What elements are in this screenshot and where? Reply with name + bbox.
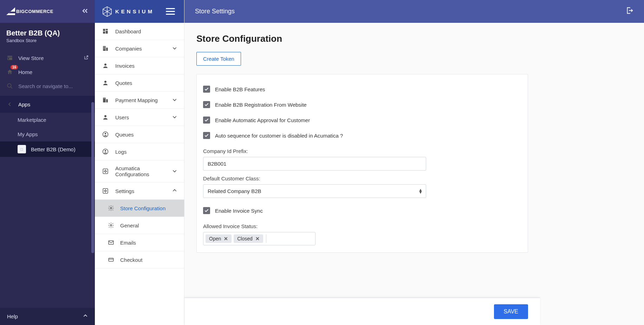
nav-apps[interactable]: Apps	[0, 96, 95, 113]
submenu-emails[interactable]: Emails	[95, 234, 184, 251]
storefront-icon	[6, 54, 13, 61]
bigcommerce-logo: BIGCOMMERCE	[6, 7, 53, 16]
svg-point-12	[105, 150, 106, 152]
default-class-value: Related Company B2B	[203, 184, 426, 198]
menu-acumatica[interactable]: Acumatica Configurations	[95, 160, 184, 183]
checkbox-b2b-reg-label: Enable B2B Registration From Website	[215, 102, 307, 108]
menu-invoices-label: Invoices	[115, 63, 135, 69]
kensium-wordmark: KENSIUM	[115, 8, 154, 14]
bc-sidebar-scrollbar[interactable]	[91, 23, 95, 325]
tag-closed: Closed ✕	[234, 234, 263, 243]
checkbox-auto-approval-label: Enable Automatic Approval for Customer	[215, 117, 310, 123]
field-default-class: Default Customer Class: Related Company …	[203, 175, 521, 198]
scrollbar-thumb[interactable]	[91, 102, 94, 253]
gear-box-icon	[102, 187, 109, 194]
tag-input-search[interactable]	[266, 234, 313, 243]
chevron-down-icon	[172, 46, 177, 52]
building-icon	[102, 97, 109, 104]
home-icon	[6, 68, 13, 75]
checkbox-row-b2b-reg: Enable B2B Registration From Website	[203, 97, 521, 112]
checkbox-auto-sequence-label: Auto sequence for customer is disabled i…	[215, 133, 343, 139]
svg-rect-5	[103, 32, 105, 34]
gear-box-icon	[102, 168, 109, 175]
menu-users[interactable]: Users	[95, 109, 184, 126]
config-card: Enable B2B Features Enable B2B Registrat…	[196, 74, 528, 253]
collapse-sidebar-icon[interactable]	[82, 8, 89, 15]
save-button[interactable]: SAVE	[494, 304, 528, 319]
menu-payment-mapping-label: Payment Mapping	[115, 97, 158, 103]
menu-acumatica-label: Acumatica Configurations	[115, 165, 166, 177]
checkbox-b2b-features-label: Enable B2B Features	[215, 86, 265, 92]
submenu-store-configuration[interactable]: Store Configuration	[95, 200, 184, 217]
active-app-label: Better B2B (Demo)	[31, 146, 76, 152]
submenu-store-configuration-label: Store Configuration	[120, 205, 165, 211]
menu-queues-label: Queues	[115, 132, 134, 138]
hamburger-menu-icon[interactable]	[164, 7, 176, 16]
submenu-emails-label: Emails	[120, 240, 136, 246]
search-icon	[6, 82, 13, 89]
chevron-up-icon	[83, 313, 88, 319]
store-name: Better B2B (QA)	[6, 29, 89, 37]
menu-quotes-label: Quotes	[115, 80, 132, 86]
chevron-down-icon	[172, 97, 177, 103]
menu-settings[interactable]: Settings	[95, 183, 184, 200]
create-token-button[interactable]: Create Token	[196, 52, 241, 66]
person-icon	[102, 62, 109, 69]
allowed-invoice-status-input[interactable]: Open ✕ Closed ✕	[203, 232, 316, 245]
company-prefix-input[interactable]	[203, 157, 426, 171]
person-icon	[102, 114, 109, 121]
menu-users-label: Users	[115, 114, 129, 120]
svg-rect-15	[103, 188, 108, 193]
tag-closed-label: Closed	[237, 236, 253, 241]
menu-companies-label: Companies	[115, 46, 142, 52]
checkbox-b2b-features[interactable]	[203, 86, 210, 93]
logout-icon[interactable]	[626, 7, 633, 16]
checkbox-auto-approval[interactable]	[203, 117, 210, 124]
nav-active-app[interactable]: ⬚ Better B2B (Demo)	[0, 141, 95, 157]
nav-home[interactable]: Home 16	[0, 65, 95, 79]
menu-dashboard-label: Dashboard	[115, 28, 141, 34]
field-allowed-invoice-status: Allowed Invoice Status: Open ✕ Closed ✕	[203, 223, 521, 245]
nav-search[interactable]: Search or navigate to...	[0, 79, 95, 93]
submenu-general[interactable]: General	[95, 217, 184, 234]
checkbox-invoice-sync[interactable]	[203, 207, 210, 214]
menu-payment-mapping[interactable]: Payment Mapping	[95, 92, 184, 109]
chevron-left-icon	[6, 101, 13, 108]
svg-point-0	[7, 84, 11, 87]
svg-rect-4	[106, 31, 108, 34]
checkbox-invoice-sync-label: Enable Invoice Sync	[215, 208, 263, 214]
tag-open-remove-icon[interactable]: ✕	[224, 236, 228, 241]
person-icon	[102, 79, 109, 86]
checkbox-b2b-reg[interactable]	[203, 101, 210, 108]
topbar: Store Settings	[184, 0, 644, 23]
gear-icon	[108, 222, 115, 229]
menu-queues[interactable]: Queues	[95, 126, 184, 143]
search-placeholder: Search or navigate to...	[18, 83, 73, 89]
company-prefix-label: Company Id Prefix:	[203, 148, 521, 154]
svg-rect-20	[109, 258, 113, 261]
default-class-label: Default Customer Class:	[203, 175, 521, 181]
right-gap	[540, 23, 644, 325]
default-class-select[interactable]: Related Company B2B ▲▼	[203, 184, 426, 198]
mail-icon	[108, 239, 115, 246]
kensium-header: KENSIUM	[95, 0, 184, 23]
tag-closed-remove-icon[interactable]: ✕	[255, 236, 260, 241]
svg-point-6	[104, 64, 106, 66]
submenu-checkout[interactable]: Checkout	[95, 251, 184, 268]
nav-help[interactable]: Help	[0, 308, 95, 325]
checkbox-auto-sequence[interactable]	[203, 132, 210, 139]
menu-invoices[interactable]: Invoices	[95, 57, 184, 74]
menu-logs[interactable]: Logs	[95, 143, 184, 160]
menu-quotes[interactable]: Quotes	[95, 74, 184, 92]
nav-marketplace[interactable]: Marketplace	[0, 113, 95, 127]
svg-rect-3	[106, 29, 108, 30]
dashboard-icon	[102, 28, 109, 35]
menu-dashboard[interactable]: Dashboard	[95, 23, 184, 40]
nav-view-store[interactable]: View Store	[0, 51, 95, 65]
menu-companies[interactable]: Companies	[95, 40, 184, 57]
svg-point-18	[110, 225, 112, 226]
allowed-invoice-status-label: Allowed Invoice Status:	[203, 223, 521, 229]
svg-point-7	[104, 81, 106, 83]
bc-logo-row: BIGCOMMERCE	[0, 0, 95, 23]
nav-my-apps[interactable]: My Apps	[0, 127, 95, 141]
